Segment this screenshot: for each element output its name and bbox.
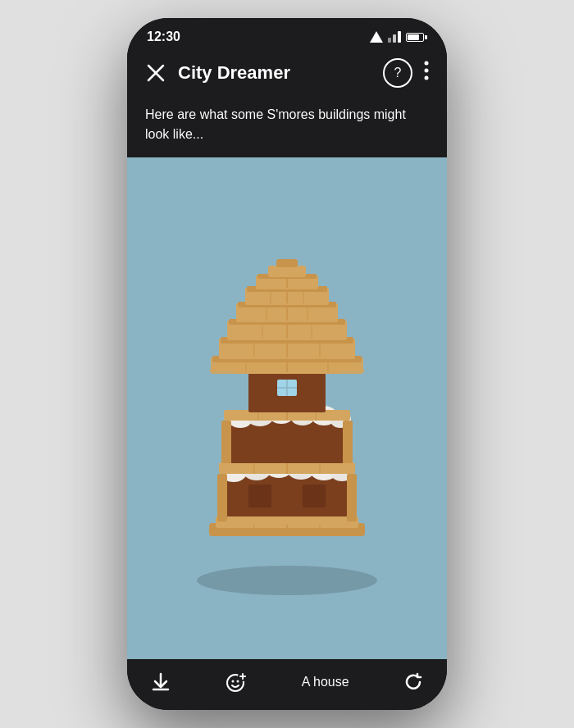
download-button[interactable] <box>150 671 171 693</box>
svg-rect-77 <box>268 266 306 277</box>
phone-frame: 12:30 <box>127 18 447 710</box>
svg-rect-24 <box>347 474 357 521</box>
svg-point-4 <box>425 69 429 73</box>
image-area <box>127 157 447 659</box>
phone-screen: 12:30 <box>127 18 447 710</box>
add-emoji-button[interactable] <box>225 671 248 694</box>
emoji-add-icon <box>225 671 248 694</box>
signal-icon <box>370 31 383 43</box>
status-time: 12:30 <box>147 30 180 44</box>
svg-point-80 <box>232 680 235 683</box>
svg-rect-22 <box>219 516 355 525</box>
refresh-icon <box>403 671 424 693</box>
more-button[interactable] <box>422 57 430 89</box>
svg-rect-13 <box>226 474 348 519</box>
close-icon <box>147 64 165 82</box>
svg-rect-14 <box>248 485 271 507</box>
svg-point-81 <box>237 680 239 683</box>
image-caption: A house <box>302 675 349 689</box>
close-button[interactable] <box>144 61 168 85</box>
svg-rect-29 <box>230 421 344 463</box>
description-text: Here are what some S'mores buildings mig… <box>145 105 429 144</box>
more-icon <box>424 61 429 80</box>
svg-point-3 <box>425 61 429 66</box>
description-section: Here are what some S'mores buildings mig… <box>127 98 447 157</box>
bottom-bar: A house <box>127 659 447 710</box>
svg-rect-78 <box>276 259 298 267</box>
status-icons <box>370 31 427 43</box>
svg-rect-23 <box>217 474 227 521</box>
svg-point-5 <box>425 76 429 80</box>
status-bar: 12:30 <box>127 18 447 49</box>
battery-icon <box>406 33 427 42</box>
svg-rect-40 <box>221 421 231 463</box>
smores-house-illustration <box>127 157 447 659</box>
top-nav: City Dreamer ? <box>127 49 447 98</box>
svg-point-7 <box>197 566 377 595</box>
download-icon <box>150 671 171 693</box>
wifi-icon <box>388 31 401 43</box>
refresh-button[interactable] <box>403 671 424 693</box>
help-button[interactable]: ? <box>383 58 412 88</box>
nav-title: City Dreamer <box>178 62 373 84</box>
svg-marker-0 <box>370 31 383 43</box>
svg-rect-15 <box>303 485 326 507</box>
svg-rect-41 <box>343 421 353 463</box>
